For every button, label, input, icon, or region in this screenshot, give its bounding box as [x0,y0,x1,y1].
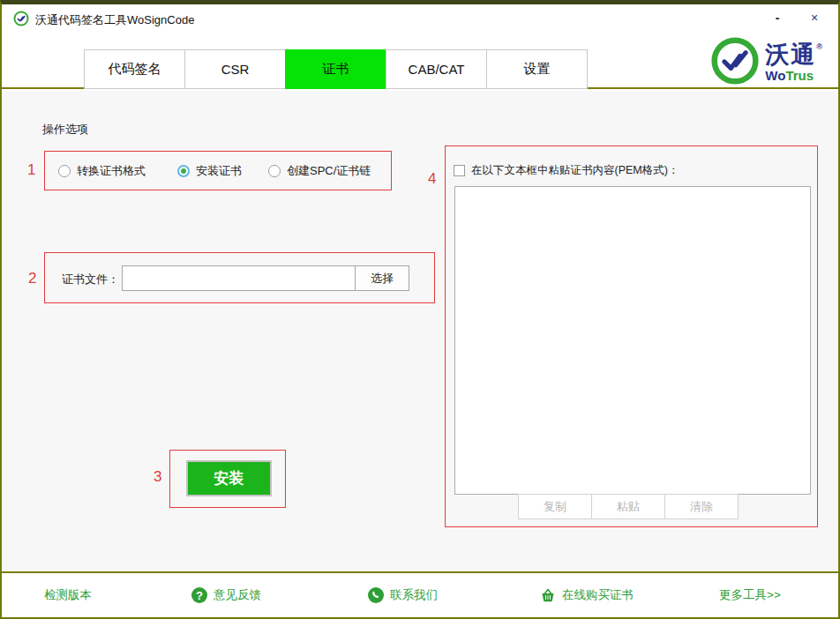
contact-us-label: 联系我们 [390,587,438,603]
pem-checkbox-row[interactable]: 在以下文本框中粘贴证书内容(PEM格式)： [454,163,679,178]
checkbox-unchecked-icon [454,165,465,176]
operation-options-group: 转换证书格式 安装证书 创建SPC/证书链 [44,151,392,190]
shopping-basket-icon [540,587,556,603]
radio-unchecked-icon [268,165,281,177]
annotation-3: 3 [154,468,161,486]
radio-label: 安装证书 [196,163,242,179]
tab-cab-cat[interactable]: CAB/CAT [386,49,487,89]
annotation-4: 4 [428,170,436,188]
radio-label: 转换证书格式 [77,163,146,179]
main-panel: 操作选项 1 转换证书格式 安装证书 创建SPC/证书链 2 证书文件： 选择 … [2,91,838,571]
app-icon [13,11,29,26]
logo-registered-mark: ® [816,42,824,51]
annotation-1: 1 [27,161,35,179]
tab-certificate[interactable]: 证书 [285,49,386,89]
wotrus-logo-icon [710,36,760,89]
wotrus-logo: 沃通® WoTrus [710,36,824,89]
logo-trus-text: Trus [785,68,814,83]
question-circle-icon: ? [191,587,207,603]
app-window: 沃通代码签名工具WoSignCode - × 代码签名 CSR 证书 CAB/C… [0,0,840,619]
install-group: 安装 [169,450,286,508]
annotation-2: 2 [28,270,36,287]
check-version-label: 检测版本 [44,587,92,603]
section-title: 操作选项 [42,122,88,138]
copy-button[interactable]: 复制 [518,494,592,519]
pem-buttons-row: 复制 粘贴 清除 [519,494,739,519]
buy-online-label: 在线购买证书 [562,587,634,603]
tab-bar: 代码签名 CSR 证书 CAB/CAT 设置 [85,49,588,89]
radio-convert-cert-format[interactable]: 转换证书格式 [58,163,146,179]
feedback-link[interactable]: ? 意见反馈 [191,573,261,617]
certificate-file-input[interactable] [122,265,356,291]
pem-paste-group: 在以下文本框中粘贴证书内容(PEM格式)： 复制 粘贴 清除 [445,145,818,527]
feedback-label: 意见反馈 [214,587,261,603]
radio-install-certificate[interactable]: 安装证书 [177,163,242,179]
footer: 检测版本 ? 意见反馈 联系我们 在线购买证书 [2,571,838,617]
logo-wo-text: Wo [765,68,785,83]
minimize-button[interactable]: - [762,6,792,29]
tab-code-signing[interactable]: 代码签名 [84,49,185,89]
browse-button[interactable]: 选择 [355,265,409,291]
radio-unchecked-icon [58,165,71,177]
more-tools-label: 更多工具>> [719,587,781,603]
phone-circle-icon [368,587,384,603]
contact-us-link[interactable]: 联系我们 [368,573,438,617]
tab-csr[interactable]: CSR [184,49,286,89]
pem-checkbox-label: 在以下文本框中粘贴证书内容(PEM格式)： [471,163,679,178]
more-tools-link[interactable]: 更多工具>> [719,573,781,617]
logo-cn-text: 沃通 [765,41,816,68]
certificate-file-label: 证书文件： [62,272,119,287]
close-button[interactable]: × [799,6,829,29]
buy-online-link[interactable]: 在线购买证书 [540,573,634,617]
wotrus-logo-text: 沃通® WoTrus [765,43,824,82]
pem-textarea[interactable] [454,186,811,495]
clear-button[interactable]: 清除 [664,494,739,519]
install-button[interactable]: 安装 [186,460,272,496]
check-version-link[interactable]: 检测版本 [44,573,92,617]
header: 沃通代码签名工具WoSignCode - × 代码签名 CSR 证书 CAB/C… [2,4,838,89]
certificate-file-group: 证书文件： 选择 [44,252,435,303]
radio-create-spc-chain[interactable]: 创建SPC/证书链 [268,163,371,179]
radio-label: 创建SPC/证书链 [287,163,371,179]
tab-settings[interactable]: 设置 [486,49,588,89]
window-title: 沃通代码签名工具WoSignCode [35,12,194,28]
paste-button[interactable]: 粘贴 [591,494,665,519]
titlebar: 沃通代码签名工具WoSignCode - × [2,4,838,33]
radio-checked-icon [177,165,190,177]
